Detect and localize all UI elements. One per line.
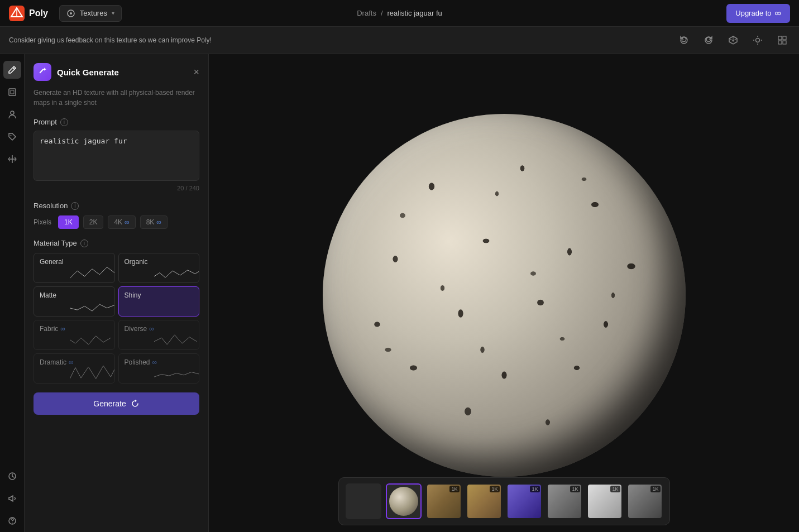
panel-header: Quick Generate × (34, 63, 199, 81)
prompt-counter: 20 / 240 (34, 185, 199, 191)
viewport: 1K 1K 1K 1K 1K (209, 54, 799, 532)
sidebar-item-history[interactable] (3, 467, 21, 485)
breadcrumb: Drafts / realistic jaguar fu (357, 9, 442, 17)
res-2k-button[interactable]: 2K (83, 215, 104, 229)
resolution-label: Resolution i (34, 202, 199, 210)
panel-title: Quick Generate (57, 68, 119, 77)
grid-view-thumb[interactable] (346, 483, 381, 519)
thumb-white[interactable]: 1K (587, 483, 623, 519)
svg-point-22 (12, 523, 13, 524)
thumb-dark[interactable]: 1K (627, 483, 663, 519)
topbar: Poly Textures ▾ Drafts / realistic jagua… (0, 0, 799, 27)
thumb-gray[interactable]: 1K (547, 483, 582, 519)
logo[interactable]: Poly (9, 6, 48, 21)
sidebar-icons (0, 54, 25, 532)
breadcrumb-current: realistic jaguar fu (387, 9, 442, 17)
thumb-sand1-badge: 1K (449, 486, 459, 492)
material-organic-label: Organic (125, 258, 148, 266)
history-icon (7, 471, 17, 481)
material-matte[interactable]: Matte (34, 286, 115, 317)
close-button[interactable]: × (193, 67, 199, 77)
redo-icon (704, 35, 714, 45)
sphere-preview[interactable] (323, 114, 686, 477)
thumb-purple-badge: 1K (530, 486, 539, 492)
svg-line-15 (13, 68, 15, 69)
generate-button[interactable]: Generate (34, 392, 199, 415)
material-polished[interactable]: Polished ∞ (118, 353, 200, 384)
resolution-info-icon[interactable]: i (71, 202, 79, 210)
thumb-sand2-badge: 1K (490, 486, 499, 492)
sidebar-item-transform[interactable] (3, 150, 21, 168)
chevron-down-icon: ▾ (112, 10, 114, 16)
sidebar-item-layers[interactable] (3, 83, 21, 101)
svg-rect-14 (783, 41, 786, 44)
material-diverse-label: Diverse ∞ (125, 325, 154, 333)
material-shiny[interactable]: Shiny (118, 286, 200, 317)
resolution-row: Pixels 1K 2K 4K ∞ 8K ∞ (34, 215, 199, 229)
svg-point-5 (70, 12, 72, 15)
material-general-label: General (40, 258, 64, 266)
material-type-label: Material Type i (34, 239, 199, 247)
refresh-icon (131, 399, 140, 408)
textures-dropdown[interactable]: Textures ▾ (59, 5, 122, 22)
infinity-icon-polished: ∞ (152, 358, 157, 366)
thumb-sand2[interactable]: 1K (466, 483, 502, 519)
sphere-view-thumb[interactable] (386, 483, 422, 519)
quick-generate-panel: Quick Generate × Generate an HD texture … (25, 54, 209, 532)
layers-icon (7, 87, 17, 97)
sidebar-item-character[interactable] (3, 106, 21, 123)
bottom-bar: 1K 1K 1K 1K 1K (338, 477, 670, 525)
thumb-purple[interactable]: 1K (506, 483, 542, 519)
material-dramatic[interactable]: Dramatic ∞ (34, 353, 115, 384)
prompt-label: Prompt (34, 118, 57, 126)
svg-rect-13 (778, 41, 782, 44)
feedback-message: Consider giving us feedback on this text… (9, 36, 212, 44)
material-diverse[interactable]: Diverse ∞ (118, 320, 200, 350)
material-general[interactable]: General (34, 253, 115, 283)
thumb-sand1[interactable]: 1K (426, 483, 462, 519)
sidebar-item-edit[interactable] (3, 61, 21, 79)
thumb-gray-badge: 1K (570, 486, 580, 492)
character-icon (7, 109, 17, 119)
poly-logo-icon (9, 6, 25, 21)
sidebar-item-announce[interactable] (3, 490, 21, 507)
sphere-pattern (323, 114, 686, 477)
feedback-bar: Consider giving us feedback on this text… (0, 27, 799, 54)
redo-button[interactable] (701, 32, 716, 48)
thumb-dark-badge: 1K (650, 486, 660, 492)
material-fabric-label: Fabric ∞ (40, 325, 65, 333)
tag-icon (7, 132, 17, 142)
undo-button[interactable] (676, 32, 692, 48)
svg-point-18 (11, 111, 14, 114)
res-4k-button[interactable]: 4K ∞ (108, 215, 135, 229)
res-8k-button[interactable]: 8K ∞ (140, 215, 168, 229)
feedback-actions (676, 32, 790, 48)
material-fabric[interactable]: Fabric ∞ (34, 320, 115, 350)
pencil-icon (7, 65, 17, 75)
breadcrumb-drafts[interactable]: Drafts (357, 9, 376, 17)
material-type-info-icon[interactable]: i (80, 239, 88, 247)
cube-button[interactable] (725, 32, 741, 48)
upgrade-label: Upgrade to (735, 9, 771, 17)
prompt-info-icon[interactable]: i (60, 118, 68, 126)
sidebar-item-help[interactable] (3, 512, 21, 530)
upgrade-button[interactable]: Upgrade to ∞ (726, 4, 790, 23)
sidebar-item-tag[interactable] (3, 128, 21, 146)
svg-rect-16 (9, 89, 16, 95)
cube-icon (728, 35, 738, 45)
infinity-icon-dramatic: ∞ (69, 358, 74, 366)
sun-button[interactable] (750, 32, 765, 48)
svg-rect-12 (783, 36, 786, 40)
svg-rect-17 (11, 90, 14, 94)
material-polished-label: Polished ∞ (125, 358, 157, 366)
svg-rect-11 (778, 36, 782, 40)
material-organic[interactable]: Organic (118, 253, 200, 283)
grid-button[interactable] (774, 32, 790, 48)
prompt-textarea[interactable]: realistic jaguar fur (34, 131, 199, 181)
topbar-right: Upgrade to ∞ (726, 4, 790, 23)
sun-icon (753, 35, 763, 45)
dropdown-label: Textures (80, 9, 107, 17)
res-1k-button[interactable]: 1K (58, 215, 79, 229)
thumb-sphere (389, 487, 418, 516)
logo-text: Poly (29, 8, 48, 18)
